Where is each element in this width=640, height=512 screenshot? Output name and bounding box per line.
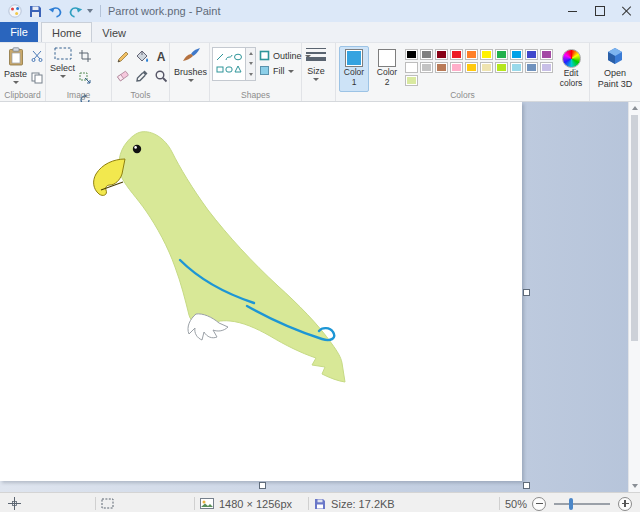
fill-caret-icon	[288, 70, 294, 73]
vertical-scrollbar-thumb[interactable]	[631, 115, 638, 341]
palette-swatch[interactable]	[435, 49, 448, 60]
palette-swatch[interactable]	[420, 49, 433, 60]
palette-swatch[interactable]	[510, 62, 523, 73]
color2-label-line2: 2	[385, 78, 390, 88]
select-icon	[54, 47, 72, 62]
minimize-icon	[568, 11, 577, 12]
palette-swatch[interactable]	[435, 62, 448, 73]
scroll-down-icon	[632, 484, 638, 488]
shapes-group-label: Shapes	[210, 90, 301, 100]
fill-label: Fill	[273, 66, 285, 76]
brushes-label: Brushes	[174, 67, 207, 77]
magnifier-tool-icon[interactable]	[153, 68, 169, 84]
outline-icon	[259, 50, 270, 61]
plus-icon-v	[624, 500, 625, 507]
minus-icon	[536, 503, 543, 504]
paint-window: Parrot work.png - Paint File Home View P…	[0, 0, 640, 512]
paint3d-icon	[606, 47, 624, 67]
tab-view[interactable]: View	[92, 22, 136, 42]
zoom-out-button[interactable]	[532, 497, 546, 511]
palette-swatch[interactable]	[510, 49, 523, 60]
color-picker-tool-icon[interactable]	[134, 68, 150, 84]
paste-button[interactable]: Paste	[1, 45, 30, 86]
tab-home[interactable]: Home	[41, 22, 92, 42]
palette-swatch[interactable]	[525, 49, 538, 60]
statusbar-separator	[95, 497, 96, 510]
fill-icon	[259, 65, 270, 76]
window-title: Parrot work.png - Paint	[108, 5, 221, 17]
zoom-slider[interactable]	[554, 503, 610, 505]
save-icon[interactable]	[25, 0, 45, 22]
window-controls	[559, 0, 640, 22]
select-button[interactable]: Select	[47, 45, 78, 80]
cursor-position-icon	[8, 497, 21, 510]
palette-swatch[interactable]	[480, 49, 493, 60]
palette-swatch[interactable]	[480, 62, 493, 73]
palette-swatch[interactable]	[450, 49, 463, 60]
group-colors: Color 1 Color 2 Edit colors Colors	[336, 43, 590, 101]
canvas-resize-handle-bottom[interactable]	[259, 482, 266, 489]
redo-icon[interactable]	[65, 0, 85, 22]
selection-size-icon	[101, 498, 114, 509]
palette-swatch[interactable]	[450, 62, 463, 73]
cut-icon[interactable]	[31, 48, 43, 66]
parrot-body	[119, 132, 345, 382]
canvas-resize-handle-corner[interactable]	[523, 482, 530, 489]
shapes-scroll-down-icon	[249, 62, 253, 65]
shapes-scroll-up-icon	[249, 52, 253, 55]
palette-swatch[interactable]	[495, 62, 508, 73]
canvas-resize-handle-right[interactable]	[523, 289, 530, 296]
edit-colors-button[interactable]: Edit colors	[556, 46, 586, 92]
color-palette	[405, 46, 553, 92]
palette-swatch[interactable]	[525, 62, 538, 73]
size-button[interactable]: Size	[303, 45, 329, 83]
palette-swatch[interactable]	[465, 62, 478, 73]
pencil-tool-icon[interactable]	[115, 49, 131, 65]
zoom-in-button[interactable]	[618, 497, 632, 511]
palette-swatch[interactable]	[405, 49, 418, 60]
edit-colors-line2: colors	[560, 79, 583, 89]
zoom-level: 50%	[505, 498, 527, 510]
shapes-gallery[interactable]	[212, 47, 256, 81]
quick-access-caret-icon[interactable]	[87, 9, 93, 13]
paste-label: Paste	[4, 69, 27, 79]
color1-button[interactable]: Color 1	[339, 46, 369, 92]
color2-button[interactable]: Color 2	[372, 46, 402, 92]
zoom-slider-thumb[interactable]	[569, 498, 573, 510]
parrot-eye-highlight	[134, 146, 137, 149]
eraser-tool-icon[interactable]	[115, 68, 131, 84]
copy-icon[interactable]	[31, 70, 43, 88]
group-brushes: Brushes	[170, 43, 210, 101]
undo-icon[interactable]	[45, 0, 65, 22]
crop-icon[interactable]	[79, 48, 91, 66]
shapes-gallery-scroll[interactable]	[246, 47, 256, 81]
palette-swatch[interactable]	[405, 62, 418, 73]
vertical-scrollbar[interactable]	[628, 102, 640, 492]
palette-swatch[interactable]	[405, 75, 418, 86]
minimize-button[interactable]	[559, 0, 586, 22]
drawing-canvas[interactable]	[0, 102, 522, 481]
text-tool-icon[interactable]: A	[153, 49, 169, 65]
parrot-drawing	[0, 102, 522, 481]
maximize-button[interactable]	[586, 0, 613, 22]
colors-group-label: Colors	[336, 90, 589, 100]
size-icon	[306, 47, 326, 65]
palette-swatch[interactable]	[495, 49, 508, 60]
palette-swatch[interactable]	[540, 62, 553, 73]
group-tools: A Tools	[112, 43, 170, 101]
fill-tool-icon[interactable]	[134, 49, 150, 65]
close-button[interactable]	[613, 0, 640, 22]
paste-icon	[8, 47, 24, 68]
palette-swatch[interactable]	[420, 62, 433, 73]
resize-icon[interactable]	[79, 70, 91, 88]
open-paint3d-button[interactable]: Open Paint 3D	[595, 45, 636, 91]
paste-caret-icon	[13, 81, 19, 84]
group-image: Select Image	[46, 43, 112, 101]
image-size-icon	[200, 498, 214, 509]
brushes-button[interactable]: Brushes	[171, 45, 210, 84]
palette-swatch[interactable]	[540, 49, 553, 60]
tab-file[interactable]: File	[0, 22, 38, 42]
group-clipboard: Paste Clipboard	[0, 43, 46, 101]
parrot-eye	[133, 145, 141, 153]
palette-swatch[interactable]	[465, 49, 478, 60]
